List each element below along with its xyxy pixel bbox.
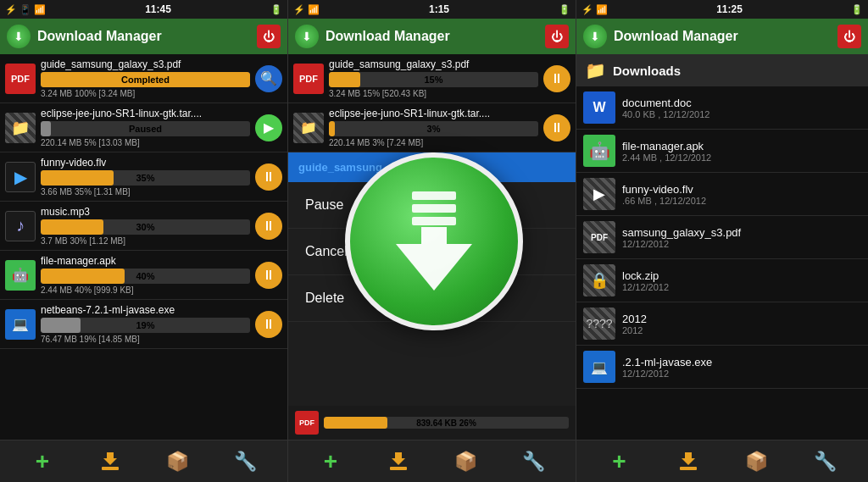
list-item[interactable]: 📁 eclipse-jee-juno-SR1-linux-gtk.tar....… — [0, 103, 287, 152]
status-icons-left-2: ⚡ 📶 — [293, 4, 320, 15]
progress-bar-5: 40% — [41, 269, 250, 284]
download-name-5: file-manager.apk — [41, 255, 250, 267]
download-info-2: eclipse-jee-juno-SR1-linux-gtk.tar.... P… — [41, 108, 250, 147]
section-title: Downloads — [613, 64, 681, 78]
power-button-1[interactable]: ⏻ — [257, 25, 281, 48]
list-item[interactable]: 💻 .2.1-ml-javase.exe 12/12/2012 — [576, 346, 868, 389]
progress-label-5: 40% — [41, 269, 250, 284]
progress-label-p2: 3% — [329, 121, 538, 136]
file-name-6: 2012 — [622, 313, 647, 325]
download-info-6: netbeans-7.2.1-ml-javase.exe 19% 76.47 M… — [41, 304, 250, 344]
app-logo-1: ⬇ — [7, 25, 31, 48]
svg-marker-5 — [682, 452, 695, 465]
settings-button-3[interactable]: 🔧 — [809, 445, 843, 479]
download-name-p2: eclipse-jee-juno-SR1-linux-gtk.tar.... — [329, 108, 538, 119]
download-name-1: guide_samsung_galaxy_s3.pdf — [41, 58, 250, 70]
list-item[interactable]: ▶ funny-video.flv .66 MB , 12/12/2012 — [576, 173, 868, 216]
file-icon-archive-2: 📁 — [293, 113, 324, 143]
app-title-3: Download Manager — [614, 29, 831, 44]
arrow-head-group — [396, 230, 472, 291]
downloads-button-3[interactable] — [671, 445, 705, 479]
list-item[interactable]: 🤖 file-manager.apk 2.44 MB , 12/12/2012 — [576, 130, 868, 173]
download-info-1: guide_samsung_galaxy_s3.pdf Completed 3.… — [41, 58, 250, 98]
settings-button-1[interactable]: 🔧 — [228, 445, 262, 479]
list-item[interactable]: ???? 2012 2012 — [576, 302, 868, 346]
package-button-1[interactable]: 📦 — [160, 445, 194, 479]
progress-bar-3: 35% — [41, 170, 250, 186]
status-icons-right: 🔋 — [270, 4, 282, 15]
power-button-2[interactable]: ⏻ — [545, 25, 569, 48]
app-header-3: ⬇ Download Manager ⏻ — [576, 19, 868, 54]
file-icon-zip: 🔒 — [583, 264, 615, 296]
progress-bar-4: 30% — [41, 219, 250, 235]
file-meta-6: 2012 — [622, 325, 647, 335]
app-header-1: ⬇ Download Manager ⏻ — [0, 19, 287, 54]
file-list: W document.doc 40.0 KB , 12/12/2012 🤖 fi… — [576, 86, 868, 440]
package-button-2[interactable]: 📦 — [448, 445, 482, 479]
add-button-2[interactable]: + — [314, 445, 348, 479]
svg-marker-1 — [103, 452, 117, 465]
arrow-line-3 — [412, 217, 456, 225]
arrow-lines — [412, 191, 456, 225]
list-item[interactable]: 💻 netbeans-7.2.1-ml-javase.exe 19% 76.47… — [0, 300, 287, 349]
power-button-3[interactable]: ⏻ — [837, 25, 861, 48]
status-icons-left-3: ⚡ 📶 — [581, 4, 608, 15]
download-name-3: funny-video.flv — [41, 157, 250, 169]
pause-button-6[interactable]: ⏸ — [255, 311, 282, 338]
add-button-3[interactable]: + — [603, 445, 637, 479]
download-icon — [98, 450, 122, 474]
pause-button-p2[interactable]: ⏸ — [543, 114, 570, 141]
play-button-2[interactable]: ▶ — [255, 114, 282, 141]
footer-bar-1: + 📦 🔧 — [0, 440, 287, 482]
usb-icon: ⚡ — [5, 4, 17, 15]
downloads-button-2[interactable] — [381, 445, 415, 479]
file-icon-audio: ♪ — [5, 211, 36, 241]
search-button-1[interactable]: 🔍 — [255, 65, 282, 92]
progress-label-3: 35% — [41, 170, 250, 186]
file-icon-unknown: ???? — [583, 307, 615, 340]
pause-button-4[interactable]: ⏸ — [255, 213, 282, 240]
download-meta-5: 2.44 MB 40% [999.9 KB] — [41, 285, 250, 295]
package-button-3[interactable]: 📦 — [740, 445, 774, 479]
pause-button-3[interactable]: ⏸ — [255, 163, 282, 191]
file-info-6: 2012 2012 — [622, 313, 647, 335]
file-info-2: file-manager.apk 2.44 MB , 12/12/2012 — [622, 140, 711, 163]
status-icons-left: ⚡ 📱 📶 — [5, 4, 46, 15]
svg-rect-2 — [390, 467, 407, 470]
file-meta-7: 12/12/2012 — [622, 368, 712, 379]
file-icon-pdf: PDF — [5, 64, 36, 94]
pause-button-p1[interactable]: ⏸ — [543, 65, 570, 92]
download-info-p2: eclipse-jee-juno-SR1-linux-gtk.tar.... 3… — [329, 108, 538, 147]
list-item[interactable]: ▶ funny-video.flv 35% 3.66 MB 35% [1.31 … — [0, 152, 287, 202]
progress-bar-p1: 15% — [329, 72, 538, 87]
download-meta-4: 3.7 MB 30% [1.12 MB] — [41, 236, 250, 246]
downloads-button-1[interactable] — [93, 445, 127, 479]
status-time-1: 11:45 — [145, 3, 171, 15]
app-center-logo — [345, 152, 523, 330]
list-item[interactable]: PDF guide_samsung_galaxy_s3.pdf Complete… — [0, 54, 287, 103]
list-item[interactable]: 🤖 file-manager.apk 40% 2.44 MB 40% [999.… — [0, 251, 287, 300]
list-item[interactable]: PDF samsung_galaxy_s3.pdf 12/12/2012 — [576, 216, 868, 259]
progress-bar-bottom: 839.64 KB 26% — [324, 417, 569, 429]
svg-marker-3 — [392, 452, 405, 465]
download-name-6: netbeans-7.2.1-ml-javase.exe — [41, 304, 250, 316]
status-bar-1: ⚡ 📱 📶 11:45 🔋 — [0, 0, 287, 19]
add-button-1[interactable]: + — [25, 445, 59, 479]
settings-button-2[interactable]: 🔧 — [516, 445, 550, 479]
list-item[interactable]: 📁 eclipse-jee-juno-SR1-linux-gtk.tar....… — [288, 103, 576, 152]
file-meta-2: 2.44 MB , 12/12/2012 — [622, 152, 711, 163]
svg-rect-4 — [680, 467, 697, 470]
download-info-3: funny-video.flv 35% 3.66 MB 35% [1.31 MB… — [41, 157, 250, 197]
list-item[interactable]: 🔒 lock.zip 12/12/2012 — [576, 259, 868, 302]
pause-button-5[interactable]: ⏸ — [255, 262, 282, 289]
file-icon-pdf-3: PDF — [583, 221, 615, 253]
file-icon-pdf-2: PDF — [293, 64, 324, 94]
file-icon-apk-3: 🤖 — [583, 135, 615, 167]
list-item[interactable]: ♪ music.mp3 30% 3.7 MB 30% [1.12 MB] ⏸ — [0, 202, 287, 251]
file-info-3: funny-video.flv .66 MB , 12/12/2012 — [622, 183, 706, 206]
status-time-2: 1:15 — [429, 3, 449, 15]
list-item[interactable]: PDF guide_samsung_galaxy_s3.pdf 15% 3.24… — [288, 54, 576, 103]
list-item[interactable]: W document.doc 40.0 KB , 12/12/2012 — [576, 86, 868, 130]
file-icon-video: ▶ — [5, 162, 36, 192]
signal-icon-3: 📶 — [596, 4, 608, 15]
